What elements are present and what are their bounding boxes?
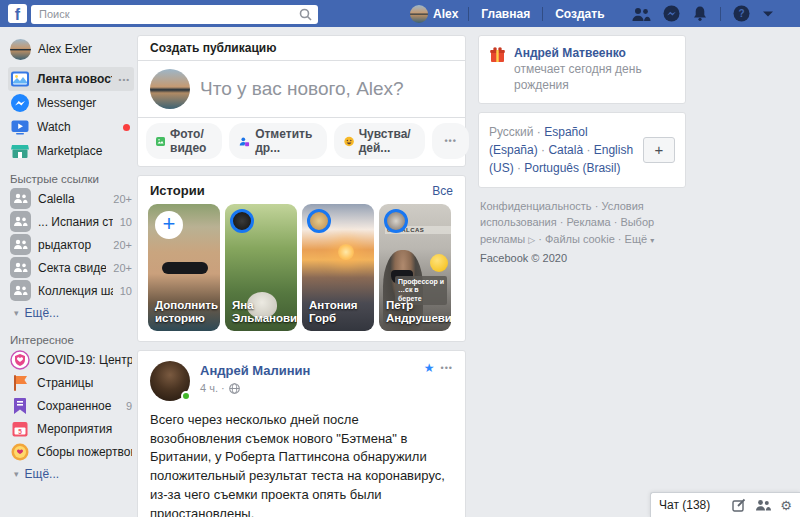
story-author-avatar (307, 209, 331, 233)
story-photo-detail (162, 262, 208, 274)
sidebar-item-events[interactable]: 5 Мероприятия (8, 417, 134, 440)
story-label: Яна Эльманович (232, 299, 293, 325)
composer-placeholder[interactable]: Что у вас нового, Alex? (200, 78, 404, 100)
story-label: Антония Горб (309, 299, 370, 325)
item-label: Сохраненное (37, 399, 119, 413)
tag-friends-button[interactable]: Отметить др... (229, 123, 326, 159)
watch-icon (10, 117, 30, 137)
stories-card: Истории Все + Дополнить историю Яна Эльм… (137, 175, 466, 342)
search-icon[interactable] (299, 7, 312, 25)
story-card[interactable]: USKALCAS Профессор и …ск в берете Петр А… (379, 204, 451, 331)
sidebar-item-watch[interactable]: Watch (8, 115, 134, 139)
more-label: Ещё... (25, 467, 60, 481)
sidebar-item-covid[interactable]: COVID-19: Центр ... (8, 348, 134, 371)
footer-link[interactable]: Файлы cookie (545, 233, 625, 245)
language-link[interactable]: Català (548, 143, 593, 157)
messenger-icon[interactable] (663, 5, 680, 22)
topbar-profile-link[interactable]: Alex (433, 7, 458, 21)
saved-bookmark-icon (10, 396, 30, 416)
chat-bar[interactable]: Чат (138) ⚙ (650, 492, 800, 517)
explore-more[interactable]: ▾ Ещё... (8, 463, 134, 485)
copyright: Facebook © 2020 (480, 250, 684, 267)
facebook-logo[interactable]: f (8, 4, 27, 23)
photo-video-button[interactable]: Фото/видео (146, 123, 222, 159)
caret-down-icon: ▾ (14, 469, 19, 479)
add-story-card[interactable]: + Дополнить историю (148, 204, 220, 331)
gift-icon (489, 46, 506, 63)
create-link[interactable]: Создать (543, 7, 616, 21)
photo-video-label: Фото/видео (170, 127, 212, 155)
sidebar-item-fundraisers[interactable]: Сборы пожертвов... (8, 440, 134, 463)
group-icon (10, 188, 31, 209)
svg-text:?: ? (738, 8, 744, 19)
sidebar-item-group[interactable]: Коллекция шарлат... 10 (8, 279, 134, 302)
stories-title: Истории (150, 183, 205, 198)
favorites-star-icon[interactable]: ★ (424, 361, 435, 375)
item-label: COVID-19: Центр ... (37, 353, 132, 367)
sidebar-item-pages[interactable]: Страницы (8, 371, 134, 394)
notifications-icon[interactable] (692, 5, 708, 22)
story-photo-detail (338, 244, 354, 260)
chat-label[interactable]: Чат (138) (659, 498, 732, 512)
feeling-activity-label: Чувства/дей... (359, 127, 416, 155)
new-message-icon[interactable] (732, 498, 746, 512)
footer-link[interactable]: Реклама (566, 216, 620, 228)
sidebar-item-group[interactable]: Секта свидетелей ... 20+ (8, 256, 134, 279)
feed-options-icon[interactable]: ••• (119, 75, 130, 84)
right-column: Андрей Матвеенко отмечает сегодня день р… (478, 27, 686, 267)
search-box (31, 4, 318, 23)
sidebar-item-group[interactable]: ... Испания станов... 10 (8, 210, 134, 233)
sidebar-item-messenger[interactable]: Messenger (8, 91, 134, 115)
tag-friend-icon (239, 134, 250, 149)
story-card[interactable]: Яна Эльманович (225, 204, 297, 331)
birthday-person-link[interactable]: Андрей Матвеенко (514, 46, 626, 60)
sidebar-item-marketplace[interactable]: Marketplace (8, 139, 134, 163)
group-icon (10, 211, 31, 232)
tag-friends-label: Отметить др... (255, 127, 316, 155)
more-actions-button[interactable]: ••• (432, 123, 468, 159)
friend-requests-icon[interactable] (631, 6, 651, 22)
sidebar-item-news-feed[interactable]: Лента новостей ••• (8, 67, 134, 91)
post-options-icon[interactable]: ••• (441, 363, 453, 373)
language-link[interactable]: Português (Brasil) (524, 161, 620, 175)
group-label: Секта свидетелей ... (38, 261, 106, 275)
footer-link[interactable]: Конфиденциальность (480, 200, 601, 212)
story-card[interactable]: Антония Горб (302, 204, 374, 331)
events-calendar-icon: 5 (10, 419, 30, 439)
feeling-emoji-icon (344, 134, 354, 149)
composer-avatar[interactable] (150, 69, 190, 109)
home-link[interactable]: Главная (469, 7, 542, 21)
caret-down-icon: ▾ (14, 308, 19, 318)
chat-settings-gear-icon[interactable]: ⚙ (780, 499, 792, 512)
photo-icon (156, 134, 165, 149)
search-input[interactable] (31, 5, 318, 24)
explore-heading: Интересное (10, 334, 134, 346)
caret-down-icon: ▾ (650, 236, 654, 245)
sidebar-item-group[interactable]: Calella 20+ (8, 187, 134, 210)
left-sidebar: Alex Exler Лента новостей ••• Messenger … (8, 27, 134, 485)
topbar-avatar[interactable] (410, 5, 428, 23)
post-author-avatar[interactable] (150, 361, 190, 401)
post-timestamp[interactable]: 4 ч. · (200, 382, 225, 394)
covid-info-icon (10, 350, 30, 370)
sidebar-profile[interactable]: Alex Exler (8, 37, 134, 61)
help-icon[interactable]: ? (733, 5, 750, 22)
contacts-icon[interactable] (755, 499, 771, 511)
quick-links-more[interactable]: ▾ Ещё... (8, 302, 134, 324)
sidebar-item-saved[interactable]: Сохраненное 9 (8, 394, 134, 417)
top-navigation-bar: f Alex Главная Создать ? (0, 0, 800, 27)
topbar-divider (720, 7, 721, 21)
stories-see-all-link[interactable]: Все (432, 184, 453, 198)
post-author-link[interactable]: Андрей Малинин (200, 363, 310, 378)
feeling-activity-button[interactable]: Чувства/дей... (334, 123, 426, 159)
create-post-title: Создать публикацию (138, 36, 465, 61)
account-menu-caret-icon[interactable] (762, 10, 774, 18)
footer-link[interactable]: Ещё (625, 233, 648, 245)
story-label: Петр Андрушевич (386, 299, 447, 325)
group-icon (10, 234, 31, 255)
sidebar-item-group[interactable]: рыдактор 20+ (8, 233, 134, 256)
messenger-blue-icon (10, 93, 30, 113)
add-story-plus-icon[interactable]: + (155, 211, 183, 239)
item-label: Сборы пожертвов... (37, 445, 132, 459)
add-language-button[interactable]: + (643, 137, 675, 163)
